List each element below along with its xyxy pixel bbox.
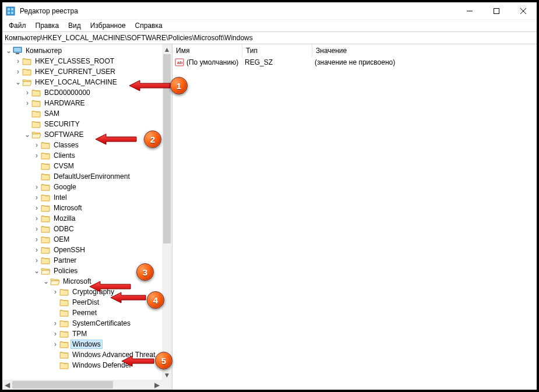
scroll-thumb[interactable]: [163, 54, 171, 243]
tree-item-sw[interactable]: ⌄ SOFTWARE: [3, 129, 162, 140]
close-button[interactable]: [510, 2, 537, 20]
tree-item-oem[interactable]: › OEM: [3, 234, 162, 245]
expand-toggle[interactable]: ›: [51, 319, 59, 327]
tree-item-tpm[interactable]: › TPM: [3, 329, 162, 339]
tree-item-moz[interactable]: › Mozilla: [3, 213, 162, 224]
tree-item-clients[interactable]: › Clients: [3, 150, 162, 161]
column-type[interactable]: Тип: [242, 44, 312, 57]
folder-icon: [22, 78, 31, 86]
folder-icon: [41, 256, 50, 264]
folder-icon: [59, 309, 69, 317]
menu-file[interactable]: Файл: [5, 20, 30, 31]
expand-toggle[interactable]: ›: [33, 256, 41, 264]
expand-toggle[interactable]: ›: [33, 183, 41, 191]
tree-item-sam[interactable]: SAM: [3, 108, 162, 119]
tree-item-due[interactable]: DefaultUserEnvironment: [3, 171, 162, 182]
tree-label: Microsoft: [52, 204, 83, 212]
column-value[interactable]: Значение: [312, 44, 537, 57]
folder-icon: [41, 151, 50, 160]
tree-item-win[interactable]: › Windows: [3, 339, 162, 349]
tree-item-odbc[interactable]: › ODBC: [3, 224, 162, 234]
menu-help[interactable]: Справка: [131, 20, 167, 31]
folder-icon: [41, 172, 50, 181]
expand-toggle[interactable]: ⌄: [42, 277, 50, 285]
folder-icon: [41, 162, 50, 170]
expand-toggle[interactable]: ⌄: [14, 78, 22, 86]
folder-icon: [59, 351, 69, 359]
scroll-down-icon[interactable]: ▼: [162, 370, 172, 380]
tree-item-cvsm[interactable]: CVSM: [3, 161, 162, 171]
tree-label: HKEY_CURRENT_USER: [34, 68, 117, 76]
tree-item-wd[interactable]: Windows Defender: [3, 360, 162, 370]
menu-edit[interactable]: Правка: [31, 20, 64, 31]
column-name[interactable]: Имя: [172, 44, 242, 57]
tree-label: Компьютер: [24, 47, 63, 55]
tree-label: DefaultUserEnvironment: [52, 172, 131, 181]
tree-item-partner[interactable]: › Partner: [3, 255, 162, 266]
expand-toggle[interactable]: ›: [14, 57, 22, 65]
folder-icon: [22, 68, 31, 76]
expand-toggle[interactable]: ⌄: [23, 130, 31, 139]
tree-item-policies[interactable]: ⌄ Policies: [3, 266, 162, 276]
expand-toggle[interactable]: ›: [33, 225, 41, 233]
menu-favorites[interactable]: Избранное: [86, 20, 130, 31]
maximize-button[interactable]: [483, 2, 510, 20]
expand-toggle[interactable]: ›: [23, 89, 31, 97]
tree-item-google[interactable]: › Google: [3, 182, 162, 192]
tree-item-intel[interactable]: › Intel: [3, 192, 162, 203]
expand-toggle[interactable]: ›: [23, 99, 31, 107]
tree-item-hkcr[interactable]: › HKEY_CLASSES_ROOT: [3, 56, 162, 66]
tree-label: Microsoft: [62, 277, 93, 285]
tree-item-syscert[interactable]: › SystemCertificates: [3, 318, 162, 329]
scroll-left-icon[interactable]: ◀: [2, 380, 12, 390]
tree-item-hklm[interactable]: ⌄ HKEY_LOCAL_MACHINE: [3, 77, 162, 87]
scroll-up-icon[interactable]: ▲: [162, 44, 172, 54]
values-list[interactable]: ab (По умолчанию) REG_SZ (значение не пр…: [172, 57, 537, 390]
expand-toggle[interactable]: ›: [51, 288, 59, 296]
tree-item-openssh[interactable]: › OpenSSH: [3, 245, 162, 255]
expand-toggle[interactable]: ›: [33, 235, 41, 243]
tree-label: Policies: [52, 267, 79, 275]
expand-toggle[interactable]: ›: [33, 246, 41, 254]
tree-view[interactable]: ⌄ Компьютер › HKEY_CLASSES_ROOT › HKEY_C…: [2, 44, 162, 390]
tree-item-pms[interactable]: ⌄ Microsoft: [3, 276, 162, 287]
tree-item-classes[interactable]: › Classes: [3, 140, 162, 150]
scroll-thumb[interactable]: [12, 381, 113, 389]
address-bar[interactable]: Компьютер\HKEY_LOCAL_MACHINE\SOFTWARE\Po…: [2, 31, 537, 44]
tree-item-wat[interactable]: Windows Advanced Threat: [3, 349, 162, 360]
folder-icon: [59, 298, 69, 306]
scroll-corner: [162, 380, 172, 390]
expand-toggle[interactable]: ⌄: [5, 47, 13, 55]
tree-item-crypt[interactable]: › Cryptography: [3, 287, 162, 297]
scroll-right-icon[interactable]: ▶: [152, 380, 162, 390]
tree-vertical-scrollbar[interactable]: ▲ ▼: [162, 44, 172, 380]
menu-view[interactable]: Вид: [64, 20, 85, 31]
svg-rect-10: [14, 48, 21, 52]
tree-label: Windows: [71, 340, 102, 348]
tree-label: Cryptography: [71, 288, 115, 296]
value-row[interactable]: ab (По умолчанию) REG_SZ (значение не пр…: [172, 57, 537, 68]
expand-toggle[interactable]: ⌄: [33, 267, 41, 275]
svg-rect-1: [8, 8, 10, 10]
folder-icon: [59, 319, 69, 327]
expand-toggle[interactable]: ›: [51, 330, 59, 338]
tree-horizontal-scrollbar[interactable]: ◀ ▶: [2, 380, 162, 390]
tree-item-peernet[interactable]: Peernet: [3, 308, 162, 318]
expand-toggle[interactable]: ›: [33, 151, 41, 160]
tree-item-hkcu[interactable]: › HKEY_CURRENT_USER: [3, 66, 162, 77]
tree-item-root[interactable]: ⌄ Компьютер: [3, 45, 162, 56]
expand-toggle[interactable]: ›: [33, 204, 41, 212]
tree-item-ms[interactable]: › Microsoft: [3, 203, 162, 213]
expand-toggle[interactable]: ›: [14, 68, 22, 76]
expand-toggle[interactable]: ›: [33, 214, 41, 223]
folder-icon: [31, 120, 41, 128]
minimize-button[interactable]: [456, 2, 483, 20]
tree-item-peerdist[interactable]: PeerDist: [3, 297, 162, 308]
expand-toggle[interactable]: ›: [33, 141, 41, 149]
tree-item-bcd[interactable]: › BCD00000000: [3, 87, 162, 98]
expand-toggle[interactable]: ›: [51, 340, 59, 348]
expand-toggle[interactable]: ›: [33, 193, 41, 202]
tree-item-sec[interactable]: SECURITY: [3, 119, 162, 129]
folder-icon: [50, 277, 59, 285]
tree-item-hw[interactable]: › HARDWARE: [3, 98, 162, 108]
